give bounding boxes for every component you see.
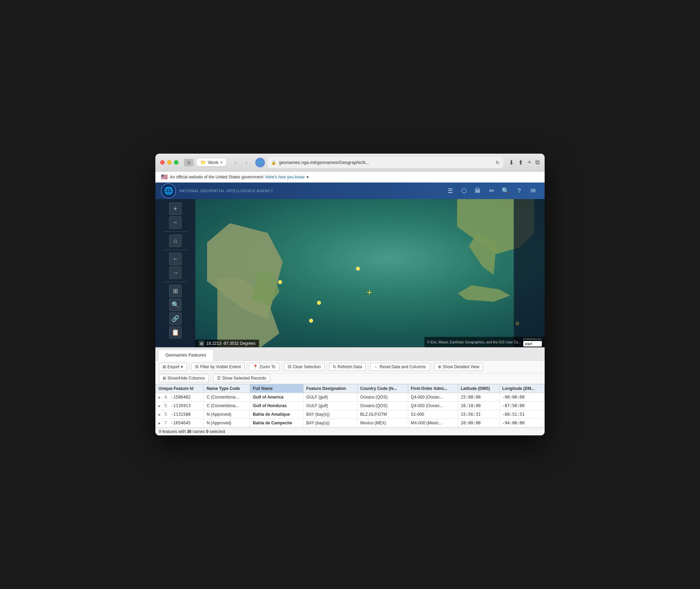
share-icon[interactable]: ⬆ <box>518 159 523 166</box>
download-icon[interactable]: ⬇ <box>509 159 514 166</box>
geonames-tab[interactable]: Geonames Features <box>158 349 214 361</box>
minimize-button[interactable] <box>167 160 172 165</box>
close-button[interactable] <box>160 160 165 165</box>
maximize-button[interactable] <box>174 160 178 165</box>
nav-buttons: ‹ › <box>230 158 251 167</box>
data-section: Geonames Features ⊞ Export ▾ ☒ Filter by… <box>155 347 545 435</box>
cell-name-type: N (Approved) <box>204 410 250 419</box>
data-table: Unique Feature Id Name Type Code Full Na… <box>155 384 545 427</box>
row-expand-icon[interactable]: ▶ <box>158 413 161 416</box>
cell-country-code: Mexico (MEX) <box>357 419 408 427</box>
reset-data-button[interactable]: ← Reset Data and Columns <box>370 363 430 371</box>
browser-tab[interactable]: 📁 Work ▾ <box>196 158 226 166</box>
columns-icon: ⊞ <box>163 376 166 381</box>
grid-button[interactable]: ⊞ <box>169 285 182 297</box>
map-section[interactable]: + + − ⌂ ← → ⊞ 🔍 🔗 📋 ⊞ 18.2213 -97.3532 D… <box>155 199 545 347</box>
home-button[interactable]: ⌂ <box>169 235 182 247</box>
browser-window: ⊟ 📁 Work ▾ ‹ › 🐦 🔒 geonames.nga.mil/geon… <box>155 154 545 435</box>
layers-icon-btn[interactable]: ⬡ <box>458 185 470 197</box>
cell-latitude: 15:56:31 <box>458 410 499 419</box>
cell-feature-desig: BAY (bay(s)) <box>303 419 358 427</box>
how-you-know-link[interactable]: Here's how you know <box>265 175 305 179</box>
edit-icon-btn[interactable]: ✏ <box>485 185 498 197</box>
cell-longitude: -88:51:51 <box>499 410 544 419</box>
search-icon-btn[interactable]: 🔍 <box>499 185 512 197</box>
back-button[interactable]: ← <box>169 253 182 265</box>
nav-forward-button[interactable]: › <box>241 158 251 167</box>
col-name-type[interactable]: Name Type Code <box>204 384 250 393</box>
help-icon-btn[interactable]: ? <box>513 185 525 197</box>
header-icons: ☰ ⬡ 🏛 ✏ 🔍 ? ✉ <box>444 185 539 197</box>
col-first-order[interactable]: First-Order Admi... <box>408 384 458 393</box>
filter-visible-button[interactable]: ☒ Filter by Visible Extent <box>191 363 245 371</box>
toolbar-separator-6 <box>432 363 432 371</box>
cell-unique-id: ▶ 4 -1506402 <box>156 393 204 402</box>
export-button[interactable]: 📋 <box>169 326 182 339</box>
toolbar-separator-5 <box>368 363 368 371</box>
traffic-lights <box>160 160 178 165</box>
col-feature-desig[interactable]: Feature Designation <box>303 384 358 393</box>
col-country-code[interactable]: Country Code (fe... <box>357 384 408 393</box>
clear-selection-button[interactable]: ☒ Clear Selection <box>284 363 325 371</box>
tab-label: Work <box>208 160 218 165</box>
cell-full-name: Bahía de Amatique <box>250 410 303 419</box>
email-icon-btn[interactable]: ✉ <box>527 185 539 197</box>
zoom-in-button[interactable]: + <box>169 203 182 215</box>
browser-toolbar-right: ⬇ ⬆ + ⧉ <box>509 159 540 166</box>
cell-unique-id: ▶ 7 -1654645 <box>156 419 204 427</box>
cell-first-order: Q4-000 (Ocean... <box>408 402 458 410</box>
coords-expand-icon[interactable]: ⊞ <box>199 341 204 346</box>
cell-name-type: N (Approved) <box>204 419 250 427</box>
col-unique-id[interactable]: Unique Feature Id <box>156 384 204 393</box>
new-tab-button[interactable]: + <box>527 159 531 166</box>
link-button[interactable]: 🔗 <box>169 312 182 325</box>
show-hide-columns-button[interactable]: ⊞ Show/Hide Columns <box>159 374 209 382</box>
map-sidebar-divider-1 <box>163 231 187 232</box>
status-bar: 9 features with 36 names 0 selected <box>155 427 545 435</box>
table-row: ▶ 7 -1654645 N (Approved) Bahía de Campe… <box>156 419 545 427</box>
cell-country-code: Oceans (QOS) <box>357 393 408 402</box>
row-expand-icon[interactable]: ▶ <box>158 421 161 425</box>
sidebar-toggle-button[interactable]: ⊟ <box>184 159 194 166</box>
toolbar-separator-4 <box>327 363 327 371</box>
cell-name-type: C (Conventiona... <box>204 393 250 402</box>
show-selected-records-button[interactable]: ☰ Show Selected Records <box>213 374 270 382</box>
refresh-icon: ↻ <box>333 364 336 369</box>
col-full-name[interactable]: Full Name <box>250 384 303 393</box>
refresh-data-button[interactable]: ↻ Refresh Data <box>329 363 366 371</box>
zoom-to-button[interactable]: 📍 Zoom To <box>249 363 279 371</box>
row-expand-icon[interactable]: ▶ <box>158 404 161 408</box>
zoom-out-button[interactable]: − <box>169 216 182 229</box>
col-longitude[interactable]: Longitude (DM... <box>499 384 544 393</box>
nav-back-button[interactable]: ‹ <box>230 158 240 167</box>
basemap-icon-btn[interactable]: 🏛 <box>472 185 484 197</box>
export-button[interactable]: ⊞ Export ▾ <box>159 363 187 371</box>
table-header-row: Unique Feature Id Name Type Code Full Na… <box>156 384 545 393</box>
coordinates-text: 18.2213 -97.3532 Degrees <box>206 341 256 346</box>
search-zoom-button[interactable]: 🔍 <box>169 299 182 311</box>
show-detailed-button[interactable]: ⊕ Show Detailed View <box>434 363 483 371</box>
address-bar[interactable]: 🔒 geonames.nga.mil/geonames/GeographicN.… <box>268 157 503 168</box>
forward-button[interactable]: → <box>169 267 182 279</box>
map-dot-2 <box>278 280 282 284</box>
cell-first-order: S1-000 <box>408 410 458 419</box>
data-table-container[interactable]: Unique Feature Id Name Type Code Full Na… <box>155 384 545 427</box>
cell-country-code: Oceans (QOS) <box>357 402 408 410</box>
map-sidebar-divider-3 <box>163 282 187 282</box>
tab-overview-icon[interactable]: ⧉ <box>535 159 540 166</box>
cell-feature-desig: GULF (gulf) <box>303 393 358 402</box>
reload-button[interactable]: ↻ <box>496 160 500 165</box>
col-latitude[interactable]: Latitude (DMS) <box>458 384 499 393</box>
gov-banner-text: An official website of the United States… <box>170 175 263 179</box>
cell-latitude: 25:00:00 <box>458 393 499 402</box>
table-row: ▶ 5 -1131588 N (Approved) Bahía de Amati… <box>156 410 545 419</box>
tab-dropdown-icon: ▾ <box>220 161 222 164</box>
detail-icon: ⊕ <box>438 364 441 369</box>
profile-avatar[interactable]: 🐦 <box>255 158 265 167</box>
row-expand-icon[interactable]: ▶ <box>158 395 161 399</box>
table-row: ▶ 5 -1135913 C (Conventiona... Gulf of H… <box>156 402 545 410</box>
menu-icon-btn[interactable]: ☰ <box>444 185 456 197</box>
nga-globe-logo: 🌐 <box>161 183 176 198</box>
cell-latitude: 20:00:00 <box>458 419 499 427</box>
data-toolbar-row2: ⊞ Show/Hide Columns ☰ Show Selected Reco… <box>155 373 545 384</box>
